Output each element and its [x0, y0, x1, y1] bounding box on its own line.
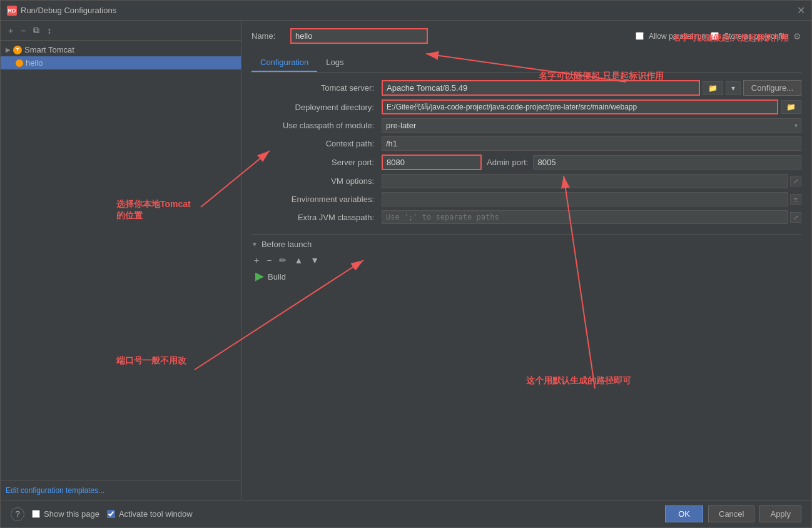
title-bar: RD Run/Debug Configurations ✕	[1, 1, 811, 21]
before-launch-chevron: ▼	[251, 241, 258, 248]
context-path-label: Context path:	[251, 139, 377, 148]
tree-parent-label: Smart Tomcat	[24, 45, 74, 54]
tomcat-server-row: 📁 ▾ Configure...	[382, 80, 801, 96]
env-variables-input[interactable]	[382, 192, 788, 206]
gear-icon[interactable]: ⚙	[793, 31, 801, 41]
tomcat-icon: T	[13, 46, 22, 54]
activate-window-row: Activate tool window	[107, 509, 193, 519]
copy-config-button[interactable]: ⧉	[31, 24, 42, 37]
admin-port-input[interactable]	[533, 155, 801, 170]
edit-templates-link[interactable]: Edit configuration templates...	[6, 486, 104, 495]
title-bar-left: RD Run/Debug Configurations	[7, 6, 116, 16]
activate-window-checkbox[interactable]	[107, 510, 115, 518]
extra-jvm-input[interactable]	[382, 210, 788, 224]
bottom-right: OK Cancel Apply	[665, 505, 801, 522]
tomcat-server-label: Tomcat server:	[251, 83, 377, 93]
sidebar: + − ⧉ ↕ ▶ T Smart Tomcat hello	[1, 21, 241, 500]
help-button[interactable]: ?	[11, 507, 24, 521]
vm-options-input[interactable]	[382, 174, 788, 188]
env-edit-btn[interactable]: ≡	[790, 194, 801, 205]
vm-options-row: ⤢	[382, 174, 801, 188]
right-panel: Name: Allow parallel run Store as projec…	[241, 21, 811, 500]
remove-config-button[interactable]: −	[18, 24, 28, 37]
name-input[interactable]	[290, 28, 428, 44]
deployment-dir-row: 📁	[382, 99, 801, 114]
deployment-dir-input[interactable]	[382, 99, 778, 114]
vm-options-label: VM options:	[251, 176, 377, 186]
close-button[interactable]: ✕	[797, 4, 805, 16]
before-launch-toolbar: + − ✏ ▲ ▼	[251, 254, 801, 267]
server-port-label: Server port:	[251, 158, 377, 167]
classpath-row: pre-later ▾	[382, 118, 801, 133]
before-launch-down-btn[interactable]: ▼	[308, 254, 322, 267]
dialog-title: Run/Debug Configurations	[21, 6, 116, 15]
add-config-button[interactable]: +	[6, 24, 16, 37]
extra-jvm-label: Extra JVM classpath:	[251, 213, 377, 222]
tree-parent-smart-tomcat[interactable]: ▶ T Smart Tomcat	[1, 43, 241, 56]
bottom-left: ? Show this page Activate tool window	[11, 507, 193, 521]
extra-jvm-row: ⤢	[382, 210, 801, 224]
config-form: Tomcat server: 📁 ▾ Configure... Deployme…	[251, 80, 801, 224]
context-path-input[interactable]	[382, 136, 801, 151]
build-item-label: Build	[268, 272, 286, 282]
apply-button[interactable]: Apply	[759, 505, 801, 522]
before-launch-label: Before launch	[261, 240, 312, 249]
sidebar-tree: ▶ T Smart Tomcat hello	[1, 41, 241, 480]
sort-config-button[interactable]: ↕	[44, 24, 54, 37]
tab-configuration[interactable]: Configuration	[251, 54, 317, 72]
hello-icon	[16, 59, 23, 67]
bottom-bar: ? Show this page Activate tool window OK…	[1, 500, 811, 527]
port-row: Admin port:	[382, 155, 801, 170]
sidebar-footer: Edit configuration templates...	[1, 480, 241, 500]
show-page-label: Show this page	[44, 509, 99, 519]
run-debug-dialog: RD Run/Debug Configurations ✕ + − ⧉ ↕ ▶ …	[0, 0, 812, 528]
tomcat-browse-btn[interactable]: 📁	[703, 81, 723, 95]
before-launch-add-btn[interactable]: +	[251, 254, 261, 267]
show-page-row: Show this page	[32, 509, 99, 519]
expand-icon: ▶	[6, 46, 11, 53]
build-icon	[255, 273, 264, 282]
before-launch-remove-btn[interactable]: −	[264, 254, 274, 267]
tabs: Configuration Logs	[251, 54, 801, 73]
env-variables-row: ≡	[382, 192, 801, 206]
classpath-label: Use classpath of module:	[251, 121, 377, 130]
admin-port-label: Admin port:	[487, 158, 528, 167]
classpath-select[interactable]: pre-later	[382, 118, 801, 133]
tree-group: ▶ T Smart Tomcat hello	[1, 41, 241, 72]
dialog-icon: RD	[7, 6, 17, 16]
deployment-browse-btn[interactable]: 📁	[781, 100, 801, 114]
allow-parallel-checkbox[interactable]	[636, 32, 644, 40]
annotation-name: 名字可以随便起,只是起标识作用	[672, 33, 789, 44]
tab-logs[interactable]: Logs	[317, 54, 352, 72]
server-port-input[interactable]	[382, 155, 482, 170]
tomcat-server-input[interactable]	[382, 80, 700, 96]
deployment-dir-label: Deployment directory:	[251, 103, 377, 112]
tomcat-dropdown-btn[interactable]: ▾	[726, 81, 741, 95]
before-launch-section: ▼ Before launch + − ✏ ▲ ▼ Build	[251, 234, 801, 283]
tree-child-hello[interactable]: hello	[1, 56, 241, 69]
ok-button[interactable]: OK	[665, 505, 703, 522]
cancel-button[interactable]: Cancel	[708, 505, 754, 522]
vm-expand-btn[interactable]: ⤢	[790, 176, 801, 186]
main-content: + − ⧉ ↕ ▶ T Smart Tomcat hello	[1, 21, 811, 500]
before-launch-up-btn[interactable]: ▲	[292, 254, 305, 267]
show-page-checkbox[interactable]	[32, 510, 40, 518]
tree-child-label: hello	[26, 58, 43, 68]
env-variables-label: Environment variables:	[251, 195, 377, 204]
before-launch-header: ▼ Before launch	[251, 240, 801, 249]
sidebar-toolbar: + − ⧉ ↕	[1, 21, 241, 41]
activate-window-label: Activate tool window	[119, 509, 193, 519]
extra-jvm-expand-btn[interactable]: ⤢	[790, 212, 801, 223]
before-launch-edit-btn[interactable]: ✏	[277, 254, 289, 267]
configure-button[interactable]: Configure...	[743, 80, 801, 96]
build-item: Build	[251, 270, 801, 283]
name-label: Name:	[251, 31, 283, 41]
